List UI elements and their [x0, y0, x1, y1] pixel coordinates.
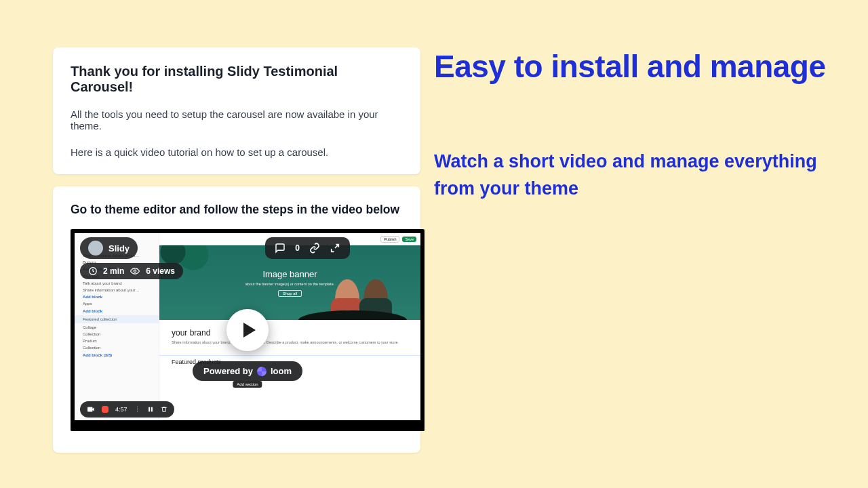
brand-subtext: Share information about your brand with …: [172, 340, 408, 346]
rec-time: 4:57: [115, 406, 127, 413]
sidebar-item: Collection: [83, 344, 156, 351]
link-icon[interactable]: [309, 243, 320, 253]
loom-views: 6 views: [146, 266, 175, 276]
loom-title-pill[interactable]: Slidy: [80, 237, 138, 259]
theme-editor-main: Publish Save Image banner about the bann…: [159, 233, 420, 420]
sidebar-item: Share information about your…: [83, 287, 156, 293]
thanks-title: Thank you for installing Slidy Testimoni…: [71, 64, 403, 95]
divider-icon: ⋮: [134, 406, 140, 413]
video-card: Go to theme editor and follow the steps …: [53, 186, 420, 453]
eye-icon: [130, 266, 140, 276]
powered-by-brand: loom: [271, 366, 292, 376]
play-button[interactable]: [226, 309, 269, 351]
loom-duration: 2 min: [103, 266, 124, 276]
banner-subtext: about the banner image(s) or content on …: [245, 282, 334, 286]
sidebar-item: Talk about your brand: [83, 280, 156, 287]
loom-control-bar[interactable]: 0: [265, 237, 350, 259]
loom-video-title: Slidy: [108, 243, 130, 253]
loom-logo-icon: [257, 367, 267, 376]
brand-title: your brand: [172, 328, 408, 338]
thanks-line-1: All the tools you need to setup the caro…: [71, 108, 403, 131]
theme-editor-sidebar: Give customers details about… Buttons Ad…: [75, 233, 159, 420]
promo-headline: Easy to install and manage: [434, 47, 827, 87]
sidebar-item: Collection: [83, 331, 156, 338]
expand-icon[interactable]: [330, 243, 340, 253]
sidebar-item: Collage: [83, 324, 156, 331]
powered-by-pill[interactable]: Powered by loom: [193, 361, 302, 381]
sidebar-item: Featured collection: [75, 315, 159, 323]
powered-by-prefix: Powered by: [203, 366, 253, 376]
comment-count: 0: [295, 243, 300, 253]
loom-stats-pill[interactable]: 2 min 6 views: [80, 263, 183, 279]
presenter-avatar: [88, 241, 103, 256]
trash-icon[interactable]: [161, 406, 167, 413]
comment-icon[interactable]: [275, 243, 285, 253]
brand-section: your brand Share information about your …: [159, 320, 420, 351]
sidebar-item: Add block: [83, 308, 156, 314]
camera-icon: [87, 405, 95, 413]
sidebar-item: Apps: [83, 300, 156, 307]
pause-icon[interactable]: [147, 406, 154, 413]
add-section-pill: Add section: [233, 381, 262, 388]
publish-button: Publish: [380, 236, 399, 243]
shop-all-button: Shop all: [278, 290, 302, 297]
sidebar-item: Product: [83, 338, 156, 344]
record-indicator-icon: [102, 406, 108, 413]
svg-rect-2: [149, 407, 150, 412]
sidebar-item: Add block: [83, 293, 156, 300]
svg-point-1: [134, 270, 137, 272]
thank-you-card: Thank you for installing Slidy Testimoni…: [53, 47, 420, 174]
loom-record-strip[interactable]: 4:57 ⋮: [80, 401, 174, 418]
svg-rect-3: [151, 407, 152, 412]
banner-title: Image banner: [262, 269, 317, 279]
video-section-title: Go to theme editor and follow the steps …: [71, 203, 403, 217]
promo-panel: Easy to install and manage Watch a short…: [420, 0, 868, 488]
sidebar-item: Add block (3/3): [83, 352, 156, 359]
loom-video[interactable]: Give customers details about… Buttons Ad…: [71, 229, 425, 431]
clock-icon: [88, 266, 98, 276]
promo-subtext: Watch a short video and manage everythin…: [434, 148, 827, 203]
save-button: Save: [402, 237, 416, 242]
video-bottom-bar: [71, 420, 425, 431]
thanks-line-2: Here is a quick video tutorial on how to…: [71, 146, 403, 158]
